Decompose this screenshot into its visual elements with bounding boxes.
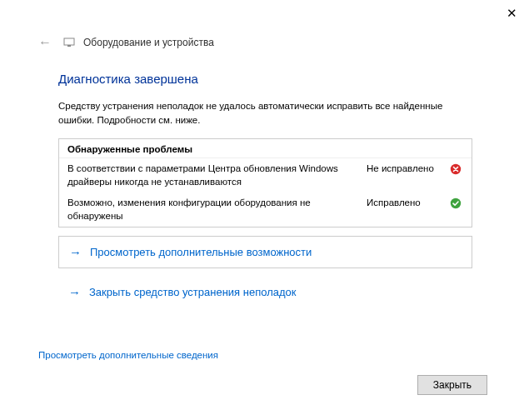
problem-text: Возможно, изменения конфигурации оборудо… bbox=[67, 197, 360, 222]
action-label: Закрыть средство устранения неполадок bbox=[89, 286, 296, 298]
problems-box: Обнаруженные проблемы В соответствии с п… bbox=[58, 138, 472, 228]
content: Диагностика завершена Средству устранени… bbox=[0, 53, 529, 308]
svg-rect-0 bbox=[64, 38, 74, 45]
action-label: Просмотреть дополнительные возможности bbox=[90, 246, 312, 258]
error-icon bbox=[448, 162, 463, 175]
close-button[interactable]: Закрыть bbox=[417, 375, 487, 395]
close-icon[interactable]: ✕ bbox=[507, 7, 517, 19]
action-view-more[interactable]: → Просмотреть дополнительные возможности bbox=[58, 236, 472, 268]
ok-icon bbox=[448, 197, 463, 209]
hardware-icon bbox=[63, 37, 75, 48]
header-title: Оборудование и устройства bbox=[83, 37, 214, 48]
action-close-troubleshooter[interactable]: → Закрыть средство устранения неполадок bbox=[58, 277, 472, 308]
problem-status: Не исправлено bbox=[367, 162, 442, 173]
svg-point-3 bbox=[451, 198, 461, 208]
arrow-right-icon: → bbox=[69, 245, 82, 259]
troubleshooter-window: ✕ ← Оборудование и устройства Диагностик… bbox=[0, 0, 529, 420]
arrow-right-icon: → bbox=[68, 285, 81, 299]
problem-status: Исправлено bbox=[367, 197, 442, 208]
more-info-link[interactable]: Просмотреть дополнительные сведения bbox=[38, 350, 218, 360]
problem-text: В соответствии с параметрами Центра обно… bbox=[67, 162, 360, 188]
footer: Закрыть bbox=[417, 375, 487, 395]
header: ← Оборудование и устройства bbox=[0, 32, 529, 53]
page-heading: Диагностика завершена bbox=[58, 72, 472, 86]
back-arrow-icon[interactable]: ← bbox=[38, 35, 52, 50]
page-subtext: Средству устранения неполадок не удалось… bbox=[58, 99, 472, 127]
svg-rect-1 bbox=[67, 45, 71, 47]
problem-row: В соответствии с параметрами Центра обно… bbox=[59, 158, 472, 192]
problem-row: Возможно, изменения конфигурации оборудо… bbox=[59, 192, 472, 227]
problems-header: Обнаруженные проблемы bbox=[59, 139, 472, 158]
titlebar: ✕ bbox=[0, 0, 529, 32]
